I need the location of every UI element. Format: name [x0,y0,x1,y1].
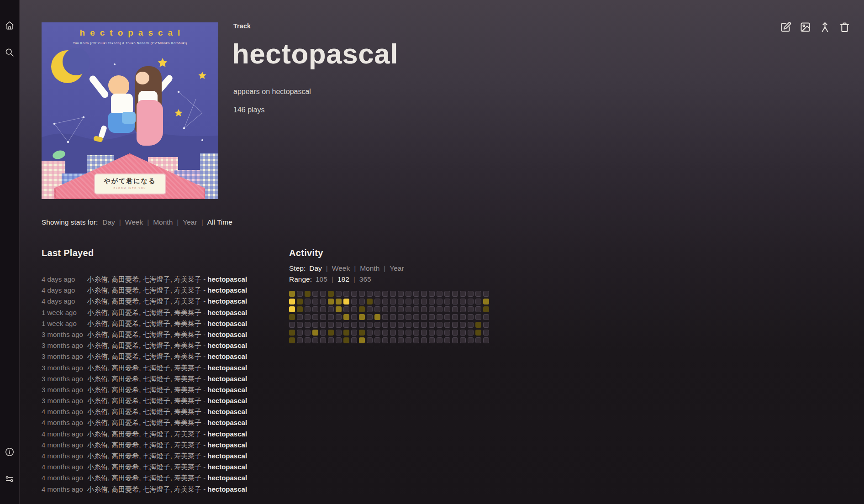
activity-cell-level-0[interactable] [390,291,396,297]
activity-cell-level-0[interactable] [421,322,427,328]
activity-cell-level-0[interactable] [437,306,443,312]
delete-button[interactable] [838,21,851,33]
step-option-week[interactable]: Week [332,264,350,272]
activity-cell-level-0[interactable] [374,299,380,304]
activity-cell-level-0[interactable] [312,322,318,328]
activity-cell-level-0[interactable] [421,306,427,312]
activity-cell-level-0[interactable] [421,330,427,336]
activity-cell-level-0[interactable] [367,306,373,312]
appears-on-album-link[interactable]: hectopascal [272,88,311,95]
activity-cell-level-0[interactable] [359,291,365,297]
activity-cell-level-0[interactable] [336,314,342,320]
activity-cell-level-0[interactable] [297,314,303,320]
activity-cell-level-0[interactable] [297,291,303,297]
activity-cell-level-0[interactable] [429,299,435,304]
stats-option-day[interactable]: Day [102,218,115,226]
activity-cell-level-2[interactable] [359,314,365,320]
activity-cell-level-0[interactable] [452,337,458,343]
activity-cell-level-0[interactable] [320,306,326,312]
stats-option-week[interactable]: Week [125,218,143,226]
stats-option-year[interactable]: Year [183,218,197,226]
scrobble-artists-link[interactable]: 小糸侑, 高田憂希, 七海燈子, 寿美菜子 [87,419,201,426]
activity-cell-level-0[interactable] [336,337,342,343]
scrobble-track-link[interactable]: hectopascal [207,463,247,471]
activity-cell-level-0[interactable] [320,337,326,343]
activity-cell-level-0[interactable] [406,299,411,304]
activity-cell-level-0[interactable] [468,306,474,312]
activity-cell-level-0[interactable] [444,322,450,328]
activity-cell-level-0[interactable] [374,337,380,343]
activity-cell-level-0[interactable] [437,291,443,297]
scrobble-artists-link[interactable]: 小糸侑, 高田憂希, 七海燈子, 寿美菜子 [87,375,201,383]
activity-cell-level-1[interactable] [475,322,481,328]
activity-cell-level-0[interactable] [406,322,411,328]
activity-cell-level-0[interactable] [382,306,388,312]
activity-cell-level-0[interactable] [483,291,489,297]
scrobble-track-link[interactable]: hectopascal [207,309,247,316]
step-option-day[interactable]: Day [309,264,322,272]
scrobble-track-link[interactable]: hectopascal [207,275,247,283]
activity-cell-level-0[interactable] [413,337,419,343]
activity-cell-level-2[interactable] [343,314,349,320]
activity-cell-level-0[interactable] [468,337,474,343]
activity-cell-level-0[interactable] [437,299,443,304]
activity-cell-level-1[interactable] [359,306,365,312]
scrobble-track-link[interactable]: hectopascal [207,452,247,460]
activity-cell-level-0[interactable] [382,322,388,328]
activity-cell-level-0[interactable] [460,322,466,328]
info-button[interactable] [5,447,15,457]
activity-cell-level-2[interactable] [289,291,295,297]
scrobble-artists-link[interactable]: 小糸侑, 高田憂希, 七海燈子, 寿美菜子 [87,430,201,438]
activity-cell-level-0[interactable] [429,330,435,336]
scrobble-artists-link[interactable]: 小糸侑, 高田憂希, 七海燈子, 寿美菜子 [87,408,201,415]
scrobble-artists-link[interactable]: 小糸侑, 高田憂希, 七海燈子, 寿美菜子 [87,297,201,305]
activity-cell-level-0[interactable] [406,330,411,336]
scrobble-artists-link[interactable]: 小糸侑, 高田憂希, 七海燈子, 寿美菜子 [87,452,201,460]
activity-cell-level-0[interactable] [483,330,489,336]
scrobble-artists-link[interactable]: 小糸侑, 高田憂希, 七海燈子, 寿美菜子 [87,441,201,449]
activity-cell-level-0[interactable] [483,314,489,320]
activity-cell-level-0[interactable] [475,291,481,297]
activity-cell-level-0[interactable] [398,330,404,336]
activity-cell-level-0[interactable] [460,291,466,297]
activity-cell-level-0[interactable] [351,337,357,343]
activity-cell-level-0[interactable] [351,306,357,312]
activity-cell-level-0[interactable] [398,299,404,304]
activity-cell-level-0[interactable] [343,291,349,297]
activity-cell-level-0[interactable] [351,299,357,304]
activity-cell-level-0[interactable] [437,322,443,328]
change-image-button[interactable] [799,21,811,33]
activity-cell-level-0[interactable] [359,322,365,328]
activity-cell-level-1[interactable] [305,291,311,297]
activity-cell-level-0[interactable] [429,314,435,320]
merge-button[interactable] [819,21,831,33]
activity-cell-level-0[interactable] [305,337,311,343]
scrobble-artists-link[interactable]: 小糸侑, 高田憂希, 七海燈子, 寿美菜子 [87,397,201,404]
activity-cell-level-0[interactable] [390,314,396,320]
activity-cell-level-0[interactable] [367,314,373,320]
search-button[interactable] [5,47,15,58]
activity-cell-level-0[interactable] [351,291,357,297]
activity-cell-level-0[interactable] [398,337,404,343]
activity-cell-level-0[interactable] [398,314,404,320]
scrobble-track-link[interactable]: hectopascal [207,474,247,482]
activity-cell-level-0[interactable] [374,322,380,328]
activity-cell-level-2[interactable] [359,337,365,343]
activity-cell-level-0[interactable] [382,314,388,320]
scrobble-track-link[interactable]: hectopascal [207,375,247,383]
scrobble-artists-link[interactable]: 小糸侑, 高田憂希, 七海燈子, 寿美菜子 [87,341,201,349]
scrobble-artists-link[interactable]: 小糸侑, 高田憂希, 七海燈子, 寿美菜子 [87,320,201,327]
activity-cell-level-0[interactable] [413,322,419,328]
activity-cell-level-0[interactable] [413,291,419,297]
activity-cell-level-1[interactable] [359,330,365,336]
activity-cell-level-1[interactable] [289,330,295,336]
scrobble-artists-link[interactable]: 小糸侑, 高田憂希, 七海燈子, 寿美菜子 [87,275,201,283]
activity-cell-level-2[interactable] [483,299,489,304]
scrobble-track-link[interactable]: hectopascal [207,397,247,404]
activity-cell-level-0[interactable] [444,291,450,297]
activity-cell-level-0[interactable] [328,322,334,328]
activity-cell-level-0[interactable] [460,330,466,336]
scrobble-track-link[interactable]: hectopascal [207,286,247,294]
scrobble-artists-link[interactable]: 小糸侑, 高田憂希, 七海燈子, 寿美菜子 [87,386,201,394]
activity-cell-level-0[interactable] [312,291,318,297]
